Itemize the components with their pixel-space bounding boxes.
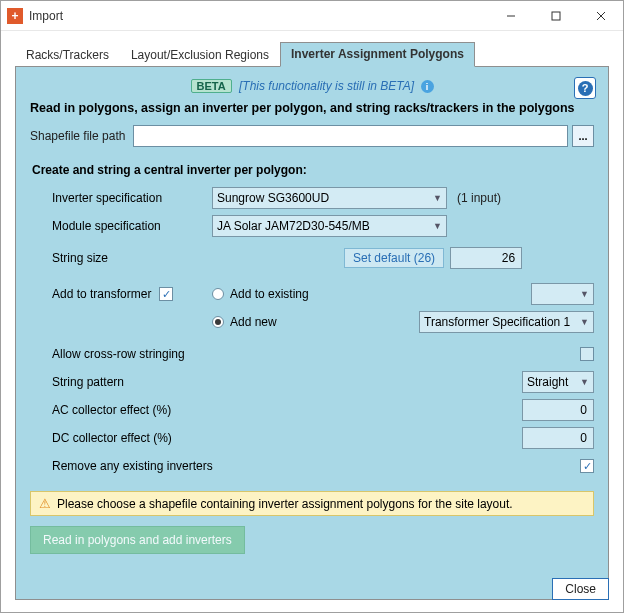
tab-racks-trackers[interactable]: Racks/Trackers [15,43,120,67]
remove-existing-label: Remove any existing inverters [52,459,292,473]
help-icon: ? [578,81,593,96]
minimize-icon [506,11,516,21]
inverter-label: Inverter specification [52,191,212,205]
allow-cross-label: Allow cross-row stringing [52,347,212,361]
maximize-button[interactable] [533,1,578,31]
tab-strip: Racks/Trackers Layout/Exclusion Regions … [15,41,609,66]
info-icon[interactable]: i [421,80,434,93]
filepath-input[interactable] [133,125,568,147]
string-pattern-value: Straight [527,375,568,389]
filepath-row: Shapefile file path ... [30,125,594,147]
set-default-button[interactable]: Set default (26) [344,248,444,268]
dc-collector-label: DC collector effect (%) [52,431,212,445]
svg-rect-1 [552,12,560,20]
app-icon: + [7,8,23,24]
string-size-input[interactable] [450,247,522,269]
help-button[interactable]: ? [574,77,596,99]
module-label: Module specification [52,219,212,233]
tab-inverter-assignment[interactable]: Inverter Assignment Polygons [280,42,475,67]
add-transformer-wrap: Add to transformer [52,287,212,301]
transformer-spec-value: Transformer Specification 1 [424,315,570,329]
radio-add-existing-label: Add to existing [230,287,342,301]
section-title: Create and string a central inverter per… [32,163,594,177]
inverter-note: (1 input) [457,191,501,205]
tab-panel: ? BETA [This functionality is still in B… [15,66,609,600]
chevron-down-icon: ▼ [580,289,589,299]
dc-collector-input[interactable] [522,427,594,449]
add-transformer-label: Add to transformer [52,287,151,301]
ac-collector-input[interactable] [522,399,594,421]
beta-row: BETA [This functionality is still in BET… [30,79,594,93]
headline: Read in polygons, assign an inverter per… [30,101,594,115]
existing-transformer-select[interactable]: ▼ [531,283,594,305]
transformer-spec-select[interactable]: Transformer Specification 1 ▼ [419,311,594,333]
ac-collector-label: AC collector effect (%) [52,403,212,417]
remove-existing-checkbox[interactable] [580,459,594,473]
filepath-label: Shapefile file path [30,129,125,143]
window-close-button[interactable] [578,1,623,31]
import-dialog: + Import Racks/Trackers Layout/Exclusion… [0,0,624,613]
add-transformer-checkbox[interactable] [159,287,173,301]
form-area: Inverter specification Sungrow SG3600UD … [30,185,594,479]
close-button[interactable]: Close [552,578,609,600]
beta-text: [This functionality is still in BETA] [239,79,414,93]
warning-text: Please choose a shapefile containing inv… [57,497,513,511]
inverter-select[interactable]: Sungrow SG3600UD ▼ [212,187,447,209]
read-polygons-button[interactable]: Read in polygons and add inverters [30,526,245,554]
chevron-down-icon: ▼ [580,377,589,387]
radio-add-existing[interactable] [212,288,224,300]
minimize-button[interactable] [488,1,533,31]
close-icon [596,11,606,21]
tab-layout-exclusion[interactable]: Layout/Exclusion Regions [120,43,280,67]
window-title: Import [29,9,488,23]
browse-button[interactable]: ... [572,125,594,147]
module-value: JA Solar JAM72D30-545/MB [217,219,370,233]
client-area: Racks/Trackers Layout/Exclusion Regions … [1,31,623,612]
string-pattern-label: String pattern [52,375,212,389]
radio-add-new[interactable] [212,316,224,328]
module-select[interactable]: JA Solar JAM72D30-545/MB ▼ [212,215,447,237]
radio-add-new-label: Add new [230,315,342,329]
warning-banner: ⚠ Please choose a shapefile containing i… [30,491,594,516]
chevron-down-icon: ▼ [433,221,442,231]
dialog-footer: Close [552,578,609,600]
warning-icon: ⚠ [39,496,51,511]
title-bar: + Import [1,1,623,31]
allow-cross-checkbox[interactable] [580,347,594,361]
beta-badge: BETA [191,79,232,93]
chevron-down-icon: ▼ [580,317,589,327]
inverter-value: Sungrow SG3600UD [217,191,329,205]
string-pattern-select[interactable]: Straight ▼ [522,371,594,393]
string-size-label: String size [52,251,212,265]
maximize-icon [551,11,561,21]
chevron-down-icon: ▼ [433,193,442,203]
